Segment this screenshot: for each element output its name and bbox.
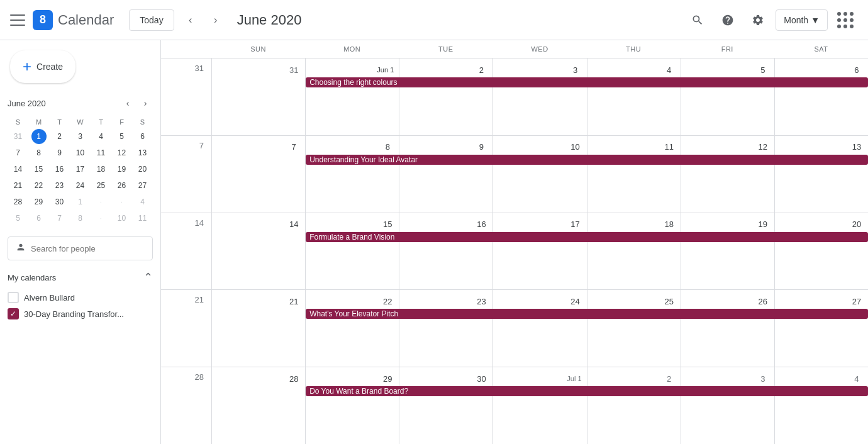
- day-number[interactable]: 2: [472, 61, 490, 79]
- day-number[interactable]: 15: [379, 216, 396, 233]
- day-number[interactable]: 9: [472, 138, 490, 156]
- day-cell-jun10[interactable]: 10: [492, 136, 586, 213]
- mini-day[interactable]: 27: [135, 178, 150, 193]
- day-cell-jul1[interactable]: Jul 1: [492, 367, 586, 444]
- mini-day[interactable]: 1: [73, 194, 88, 209]
- mini-day[interactable]: 13: [135, 145, 150, 160]
- settings-button[interactable]: [745, 8, 771, 33]
- event-bar-brand-board[interactable]: Do You Want a Brand Board?: [306, 386, 868, 396]
- day-number[interactable]: 13: [848, 138, 865, 156]
- day-number[interactable]: 10: [567, 138, 584, 156]
- day-cell-jun1[interactable]: Jun 1 Choosing the right colours: [305, 58, 399, 135]
- day-cell-jun2[interactable]: 2: [399, 58, 492, 135]
- mini-day[interactable]: 19: [114, 162, 130, 177]
- day-cell-jun27[interactable]: 27: [774, 290, 868, 367]
- day-number[interactable]: 17: [567, 216, 584, 233]
- mini-day[interactable]: 25: [94, 178, 109, 193]
- day-cell-jun17[interactable]: 17: [492, 213, 586, 290]
- mini-day[interactable]: 23: [52, 178, 67, 193]
- mini-prev-button[interactable]: ‹: [120, 96, 135, 111]
- day-number[interactable]: 4: [660, 61, 678, 79]
- day-number[interactable]: 27: [848, 292, 865, 310]
- today-button[interactable]: Today: [129, 9, 174, 31]
- calendar-item-alvern[interactable]: Alvern Bullard: [8, 289, 153, 306]
- day-number[interactable]: 2: [660, 370, 678, 387]
- day-number[interactable]: 29: [379, 370, 396, 387]
- day-cell-jun15[interactable]: 15 Formulate a Brand Vision: [305, 213, 399, 290]
- day-cell-jun25[interactable]: 25: [587, 290, 681, 367]
- apps-grid-button[interactable]: [833, 8, 858, 33]
- mini-day[interactable]: 4: [135, 194, 150, 209]
- help-button[interactable]: [715, 8, 740, 33]
- mini-day[interactable]: 12: [114, 145, 130, 160]
- day-cell-jun7[interactable]: 7: [211, 136, 305, 213]
- hamburger-menu[interactable]: [10, 13, 25, 28]
- day-number[interactable]: Jul 1: [564, 370, 584, 387]
- day-cell-jun26[interactable]: 26: [681, 290, 774, 367]
- day-cell-jun20[interactable]: 20: [774, 213, 868, 290]
- day-number[interactable]: 26: [754, 292, 772, 310]
- mini-day[interactable]: 11: [135, 211, 150, 226]
- calendar-checkbox-alvern[interactable]: [8, 292, 19, 303]
- day-cell-jun18[interactable]: 18: [587, 213, 681, 290]
- day-cell-jun4[interactable]: 4: [587, 58, 681, 135]
- search-people-field[interactable]: [8, 236, 153, 260]
- day-cell-jul3[interactable]: 3: [681, 367, 774, 444]
- view-selector[interactable]: Month ▼: [776, 9, 828, 31]
- mini-day[interactable]: 28: [11, 194, 26, 209]
- mini-day[interactable]: 9: [52, 145, 67, 160]
- mini-day[interactable]: 10: [73, 145, 88, 160]
- create-button[interactable]: + Create: [10, 50, 75, 83]
- event-bar-brand-vision[interactable]: Formulate a Brand Vision: [306, 232, 868, 242]
- mini-day[interactable]: 8: [73, 211, 88, 226]
- day-cell-jul2[interactable]: 2: [587, 367, 681, 444]
- day-number[interactable]: 21: [285, 292, 303, 310]
- mini-day[interactable]: 31: [11, 129, 26, 144]
- day-cell-jul4[interactable]: 4: [774, 367, 868, 444]
- day-number[interactable]: 16: [472, 216, 490, 233]
- day-number[interactable]: 28: [285, 370, 303, 387]
- mini-day[interactable]: 16: [52, 162, 67, 177]
- calendar-item-30day[interactable]: 30-Day Branding Transfor...: [8, 306, 153, 322]
- mini-day[interactable]: 14: [11, 162, 26, 177]
- day-number[interactable]: Jun 1: [374, 61, 396, 79]
- search-people-input[interactable]: [31, 244, 145, 253]
- mini-day[interactable]: 4: [94, 129, 109, 144]
- day-number[interactable]: 12: [754, 138, 772, 156]
- mini-day[interactable]: 7: [52, 211, 67, 226]
- day-cell-jun24[interactable]: 24: [492, 290, 586, 367]
- mini-day[interactable]: 18: [94, 162, 109, 177]
- mini-day[interactable]: 5: [114, 129, 130, 144]
- mini-next-button[interactable]: ›: [138, 96, 153, 111]
- day-number[interactable]: 24: [567, 292, 584, 310]
- mini-day[interactable]: 20: [135, 162, 150, 177]
- mini-day[interactable]: 17: [73, 162, 88, 177]
- mini-day[interactable]: 15: [31, 162, 47, 177]
- mini-day[interactable]: 21: [11, 178, 26, 193]
- day-cell-jun30[interactable]: 30: [399, 367, 492, 444]
- day-cell-jun9[interactable]: 9: [399, 136, 492, 213]
- day-number[interactable]: 18: [660, 216, 678, 233]
- day-number[interactable]: 11: [660, 138, 678, 156]
- event-bar-avatar[interactable]: Understanding Your Ideal Avatar: [306, 155, 868, 165]
- day-cell-may31[interactable]: 31: [211, 58, 305, 135]
- day-number[interactable]: 23: [472, 292, 490, 310]
- day-cell-jun8[interactable]: 8 Understanding Your Ideal Avatar: [305, 136, 399, 213]
- day-number[interactable]: 6: [848, 61, 865, 79]
- mini-day[interactable]: 30: [52, 194, 67, 209]
- day-cell-jun19[interactable]: 19: [681, 213, 774, 290]
- day-cell-jun23[interactable]: 23: [399, 290, 492, 367]
- day-cell-jun13[interactable]: 13: [774, 136, 868, 213]
- day-cell-jun11[interactable]: 11: [587, 136, 681, 213]
- day-cell-jun21[interactable]: 21: [211, 290, 305, 367]
- mini-day[interactable]: 26: [114, 178, 130, 193]
- day-cell-jun6[interactable]: 6: [774, 58, 868, 135]
- day-cell-jun14[interactable]: 14: [211, 213, 305, 290]
- day-number[interactable]: 30: [472, 370, 490, 387]
- day-number[interactable]: 25: [660, 292, 678, 310]
- day-number[interactable]: 7: [285, 138, 303, 156]
- day-cell-jun28[interactable]: 28: [211, 367, 305, 444]
- mini-day[interactable]: 11: [94, 145, 109, 160]
- next-month-button[interactable]: ›: [204, 9, 227, 31]
- day-number[interactable]: 31: [285, 61, 303, 79]
